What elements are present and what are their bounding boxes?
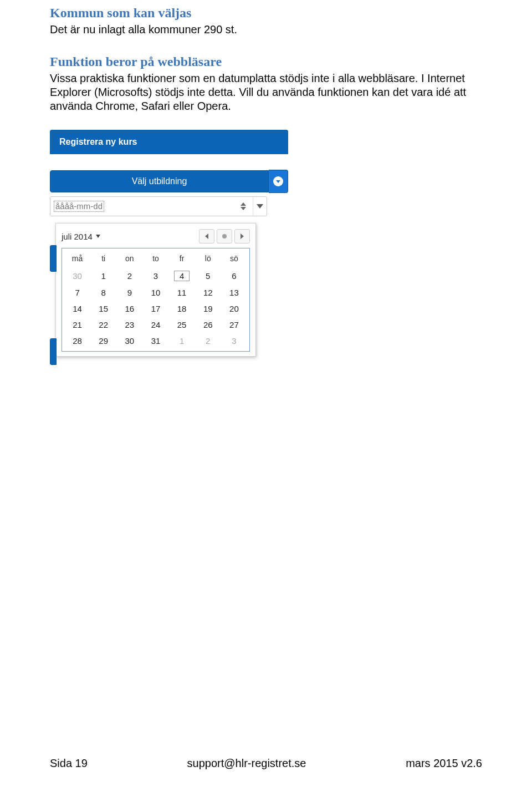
calendar-day-cell[interactable]: 2 [195,333,221,349]
calendar-day-cell[interactable]: 10 [142,285,168,301]
footer-version: mars 2015 v2.6 [406,757,482,770]
weekday-cell: må [64,252,90,267]
calendar-week-row: 28293031123 [64,333,247,349]
calendar-day-cell[interactable]: 3 [142,267,168,285]
calendar-day-cell[interactable]: 17 [142,301,168,317]
calendar-day-cell[interactable]: 3 [221,333,247,349]
heading-kommun: Kommun som kan väljas [50,4,482,22]
date-dropdown-toggle[interactable] [253,197,267,216]
calendar-weekday-row: måtiontofrlösö [64,252,247,267]
body-kommun: Det är nu inlagt alla kommuner 290 st. [50,23,482,37]
calendar-day-cell[interactable]: 19 [195,301,221,317]
calendar-day-cell[interactable]: 21 [64,317,90,333]
caret-down-icon [241,207,246,210]
date-input-placeholder: åååå-mm-dd [50,201,241,212]
next-month-button[interactable] [234,229,250,243]
select-utbildning-row: Välj utbildning [50,170,288,193]
footer-email: support@hlr-registret.se [187,757,306,770]
calendar-day-cell[interactable]: 14 [64,301,90,317]
calendar-day-cell[interactable]: 16 [116,301,142,317]
calendar-day-cell[interactable]: 1 [90,267,116,285]
calendar-grid-frame: måtiontofrlösö 3012345678910111213141516… [62,248,250,352]
calendar-week-row: 30123456 [64,267,247,285]
weekday-cell: fr [169,252,195,267]
calendar-day-cell[interactable]: 2 [116,267,142,285]
calendar-day-cell[interactable]: 9 [116,285,142,301]
register-course-header[interactable]: Registrera ny kurs [50,130,288,154]
calendar-day-cell[interactable]: 22 [90,317,116,333]
calendar-day-cell[interactable]: 15 [90,301,116,317]
calendar-day-cell[interactable]: 18 [169,301,195,317]
weekday-cell: on [116,252,142,267]
heading-funktion: Funktion beror på webbläsare [50,53,482,70]
calendar-day-cell[interactable]: 24 [142,317,168,333]
weekday-cell: ti [90,252,116,267]
chevron-right-icon [241,233,244,239]
today-button[interactable] [217,229,232,243]
page-footer: Sida 19 support@hlr-registret.se mars 20… [50,757,482,770]
side-tab-1[interactable] [50,245,57,272]
calendar-day-cell[interactable]: 12 [195,285,221,301]
month-label: juli 2014 [62,232,93,241]
triangle-down-icon [96,235,100,238]
calendar-day-cell[interactable]: 31 [142,333,168,349]
select-utbildning-toggle[interactable] [269,170,288,193]
month-selector[interactable]: juli 2014 [62,232,100,241]
prev-month-button[interactable] [199,229,214,243]
calendar-day-cell[interactable]: 13 [221,285,247,301]
calendar-day-cell[interactable]: 20 [221,301,247,317]
calendar-day-cell[interactable]: 30 [116,333,142,349]
calendar-day-cell[interactable]: 5 [195,267,221,285]
calendar-day-cell[interactable]: 23 [116,317,142,333]
dot-icon [222,234,227,238]
calendar-day-cell[interactable]: 28 [64,333,90,349]
calendar-week-row: 78910111213 [64,285,247,301]
select-utbildning-label: Välj utbildning [132,176,187,186]
calendar-day-cell[interactable]: 25 [169,317,195,333]
select-utbildning[interactable]: Välj utbildning [50,170,269,192]
calendar-grid: måtiontofrlösö 3012345678910111213141516… [64,252,247,349]
calendar-day-cell[interactable]: 1 [169,333,195,349]
register-course-label: Registrera ny kurs [59,137,137,146]
caret-up-icon [241,202,246,206]
calendar-day-cell[interactable]: 11 [169,285,195,301]
ui-screenshot-region: Registrera ny kurs Välj utbildning åååå-… [50,130,288,357]
weekday-cell: lö [195,252,221,267]
date-stepper[interactable] [241,199,250,214]
date-input[interactable]: åååå-mm-dd [50,196,267,216]
chevron-down-icon [273,176,283,186]
calendar-day-cell[interactable]: 27 [221,317,247,333]
calendar-popup: juli 2014 [55,223,256,357]
calendar-week-row: 14151617181920 [64,301,247,317]
weekday-cell: to [142,252,168,267]
calendar-day-cell[interactable]: 26 [195,317,221,333]
triangle-down-icon [257,204,263,209]
calendar-week-row: 21222324252627 [64,317,247,333]
calendar-header: juli 2014 [62,228,250,248]
calendar-day-cell[interactable]: 6 [221,267,247,285]
calendar-day-cell[interactable]: 29 [90,333,116,349]
side-tab-2[interactable] [50,338,57,365]
chevron-left-icon [205,233,208,239]
calendar-area: juli 2014 [50,223,288,357]
calendar-day-cell[interactable]: 8 [90,285,116,301]
calendar-nav [199,229,250,243]
calendar-day-cell[interactable]: 30 [64,267,90,285]
footer-page: Sida 19 [50,757,88,770]
body-funktion: Vissa praktiska funktioner som en datump… [50,72,482,113]
weekday-cell: sö [221,252,247,267]
calendar-day-cell[interactable]: 4 [169,267,195,285]
calendar-day-cell[interactable]: 7 [64,285,90,301]
